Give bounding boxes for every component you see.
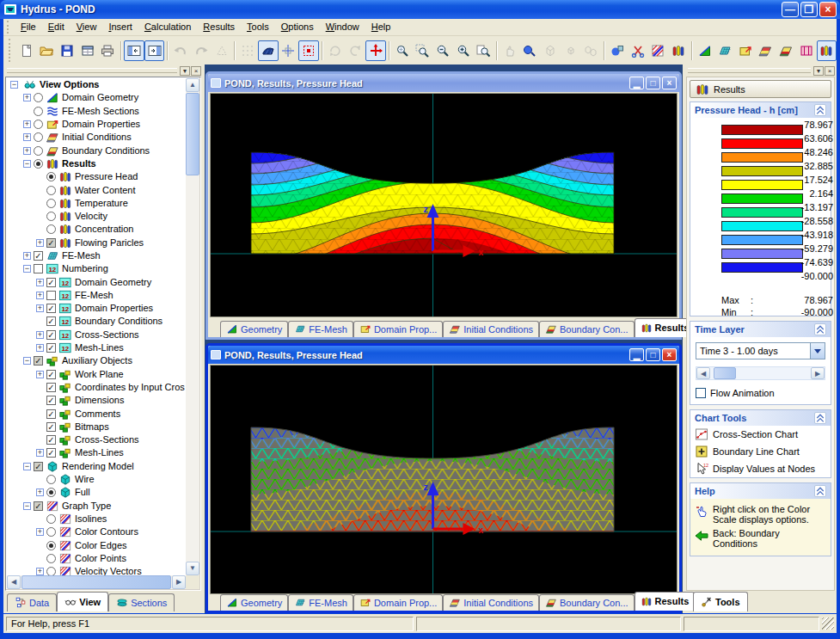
tree-item-graph-type[interactable]: −✓Graph Type [7, 500, 186, 513]
radio-unselected[interactable] [34, 93, 43, 102]
tree-item-bitmaps[interactable]: ✓Bitmaps [7, 421, 186, 433]
show-axes-button[interactable] [365, 40, 386, 61]
tree-item-work-plane[interactable]: +✓Work Plane [7, 368, 186, 381]
view-initial-conditions-button[interactable] [756, 40, 776, 61]
scroll-up-button[interactable]: ▲ [186, 78, 199, 92]
cut-plane-button[interactable] [628, 40, 648, 61]
pressure-head-mesh-canvas[interactable]: z x [210, 365, 678, 594]
color-legend-button[interactable] [668, 40, 689, 61]
collapse-box[interactable]: − [23, 502, 31, 510]
checkbox-partial[interactable]: ✓ [34, 356, 43, 366]
tab-data[interactable]: Data [7, 593, 57, 611]
doc-tab-fe-mesh[interactable]: FE-Mesh [288, 594, 353, 611]
scroll-thumb[interactable] [186, 93, 199, 175]
radio-selected[interactable] [34, 159, 43, 169]
radio-unselected[interactable] [46, 554, 56, 563]
radio-unselected[interactable] [34, 132, 43, 142]
radio-unselected[interactable] [46, 199, 56, 208]
menu-view[interactable]: View [71, 20, 103, 34]
expand-box[interactable]: + [36, 528, 44, 536]
checkbox-checked[interactable]: ✓ [46, 409, 56, 419]
radio-unselected[interactable] [46, 514, 56, 524]
checkbox-checked[interactable]: ✓ [46, 330, 56, 340]
doc-tab-boundary-con[interactable]: Boundary Con... [539, 321, 635, 337]
pan-button[interactable] [500, 40, 520, 61]
snap-mesh-button[interactable] [258, 40, 279, 61]
radio-unselected[interactable] [46, 212, 56, 221]
tree-item-boundary-conditions[interactable]: +Boundary Conditions [7, 144, 186, 157]
tree-item-velocity-vectors[interactable]: +Velocity Vectors [7, 565, 186, 575]
scroll-left-button[interactable]: ◀ [7, 575, 21, 589]
tree-item-fe-mesh[interactable]: +12FE-Mesh [7, 289, 186, 302]
tree-item-isolines[interactable]: Isolines [7, 513, 186, 525]
checkbox-unchecked[interactable] [34, 264, 43, 273]
tree-vertical-scrollbar[interactable]: ▲ ▼ [186, 78, 199, 575]
results-header-button[interactable]: Results [690, 80, 831, 98]
rotate-view-button[interactable] [325, 40, 346, 61]
zoom-window-button[interactable] [412, 40, 432, 61]
collapse-box[interactable]: − [23, 463, 31, 470]
menu-insert[interactable]: Insert [102, 20, 138, 34]
checkbox-checked[interactable]: ✓ [46, 422, 56, 432]
undo-button[interactable] [170, 40, 191, 61]
rotate-object-button[interactable] [346, 40, 366, 61]
doc-tab-geometry[interactable]: Geometry [220, 321, 288, 337]
expand-box[interactable]: + [23, 252, 31, 260]
select-polygon-button[interactable] [212, 40, 232, 61]
tree-item-coordinates-by-input-cros[interactable]: ✓Coordinates by Input Cros [7, 381, 186, 394]
mdi-maximize-button[interactable]: □ [646, 348, 660, 361]
tree-item-cross-sections[interactable]: ✓Cross-Sections [7, 433, 186, 446]
tree-item-water-content[interactable]: Water Content [7, 183, 186, 196]
tree-item-concentration[interactable]: Concentration [7, 223, 186, 236]
panel-right-toggle-button[interactable] [144, 40, 165, 61]
doc-tab-fe-mesh[interactable]: FE-Mesh [288, 321, 353, 337]
redo-button[interactable] [191, 40, 212, 61]
expand-box[interactable]: + [36, 371, 44, 378]
view-results-button[interactable] [817, 40, 837, 61]
left-panel-grip[interactable]: ▾ × [5, 65, 201, 76]
tree-item-domain-properties[interactable]: +✓12Domain Properties [7, 302, 186, 315]
collapse-chevron-icon[interactable] [814, 323, 826, 335]
flow-animation-checkbox[interactable] [696, 388, 706, 398]
tree-item-boundary-conditions[interactable]: ✓12Boundary Conditions [7, 315, 186, 328]
print-button[interactable] [98, 40, 119, 61]
checkbox-unchecked[interactable] [46, 291, 56, 300]
collapse-chevron-icon[interactable] [814, 412, 826, 424]
slider-track[interactable] [710, 367, 811, 379]
expand-box[interactable]: + [36, 292, 44, 299]
menu-help[interactable]: Help [365, 20, 397, 34]
menu-results[interactable]: Results [197, 20, 241, 34]
tree-item-pressure-head[interactable]: Pressure Head [7, 170, 186, 183]
save-button[interactable] [57, 40, 77, 61]
menu-window[interactable]: Window [320, 20, 365, 34]
tree-item-color-contours[interactable]: +Color Contours [7, 525, 186, 538]
tree-item-fe-mesh-sections[interactable]: FE-Mesh Sections [7, 105, 186, 118]
expand-box[interactable]: + [23, 133, 31, 141]
legend-section-header[interactable]: Pressure Head - h [cm] [690, 102, 831, 118]
open-button[interactable] [37, 40, 58, 61]
tree-item-fe-mesh[interactable]: +✓FE-Mesh [7, 249, 186, 262]
mdi-close-button[interactable]: × [662, 77, 677, 89]
tree-item-domain-properties[interactable]: +Domain Properties [7, 118, 186, 131]
tree-item-velocity[interactable]: Velocity [7, 210, 186, 223]
tree-item-mesh-lines[interactable]: +✓12Mesh-Lines [7, 341, 186, 354]
minimize-button[interactable]: — [782, 2, 799, 17]
view-cross-sections-button[interactable] [796, 40, 817, 61]
checkbox-checked[interactable]: ✓ [46, 343, 56, 353]
checkbox-checked[interactable]: ✓ [46, 448, 56, 458]
tree-item-flowing-paricles[interactable]: +✓Flowing Paricles [7, 237, 186, 249]
mdi-minimize-button[interactable]: ▁ [629, 77, 644, 89]
view-geometry-button[interactable] [695, 40, 715, 61]
cube-group-button[interactable] [581, 40, 602, 61]
tree-item-wire[interactable]: Wire [7, 473, 186, 486]
menu-options[interactable]: Options [275, 20, 320, 34]
mdi-titlebar[interactable]: POND, Results, Pressure Head ▁ □ × [208, 74, 679, 92]
radio-unselected[interactable] [34, 120, 43, 129]
tree-item-color-edges[interactable]: Color Edges [7, 538, 186, 551]
collapse-box[interactable]: − [10, 81, 18, 89]
help-item-right-click-on-the-color-scale[interactable]: Right click on the Color Scale displays … [694, 502, 827, 526]
expand-box[interactable]: + [36, 304, 44, 312]
radio-unselected[interactable] [46, 527, 56, 537]
tree-item-full[interactable]: +Full [7, 486, 186, 499]
left-panel-menu-button[interactable]: ▾ [180, 66, 190, 76]
